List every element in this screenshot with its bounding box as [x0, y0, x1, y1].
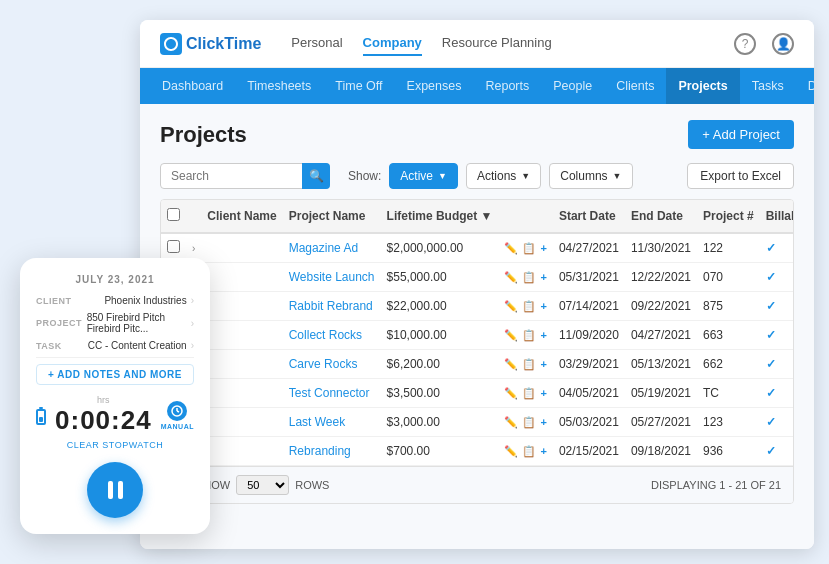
nav-reports[interactable]: Reports	[473, 68, 541, 104]
add-icon[interactable]: +	[540, 387, 546, 399]
row-client-name	[201, 263, 282, 292]
nav-resource-planning[interactable]: Resource Planning	[442, 31, 552, 56]
add-icon[interactable]: +	[540, 416, 546, 428]
edit-icon[interactable]: ✏️	[504, 329, 518, 342]
nav-time-off[interactable]: Time Off	[323, 68, 394, 104]
row-billable: ✓	[760, 350, 794, 379]
row-client-name	[201, 379, 282, 408]
nav-personal[interactable]: Personal	[291, 31, 342, 56]
table-row: › Magazine Ad $2,000,000.00 ✏️ 📋 + 04/27…	[161, 233, 794, 263]
columns-label: Columns	[560, 169, 607, 183]
row-start-date: 03/29/2021	[553, 350, 625, 379]
edit-icon[interactable]: ✏️	[504, 387, 518, 400]
task-value[interactable]: CC - Content Creation ›	[88, 340, 194, 351]
copy-icon[interactable]: 📋	[522, 300, 536, 313]
nav-divisions[interactable]: Divisions	[796, 68, 814, 104]
copy-icon[interactable]: 📋	[522, 445, 536, 458]
add-notes-button[interactable]: + ADD NOTES AND MORE	[36, 364, 194, 385]
th-client-name[interactable]: Client Name	[201, 200, 282, 233]
th-start-date[interactable]: Start Date	[553, 200, 625, 233]
copy-icon[interactable]: 📋	[522, 416, 536, 429]
task-label: TASK	[36, 341, 62, 351]
th-project-num[interactable]: Project #	[697, 200, 760, 233]
row-project-name[interactable]: Carve Rocks	[283, 350, 381, 379]
edit-icon[interactable]: ✏️	[504, 445, 518, 458]
row-client-name	[201, 437, 282, 466]
add-icon[interactable]: +	[540, 329, 546, 341]
project-value[interactable]: 850 Firebird Pitch Firebird Pitc... ›	[87, 312, 194, 334]
edit-icon[interactable]: ✏️	[504, 242, 518, 255]
th-actions	[498, 200, 552, 233]
row-budget: $22,000.00	[381, 292, 499, 321]
th-project-name[interactable]: Project Name	[283, 200, 381, 233]
row-budget: $2,000,000.00	[381, 233, 499, 263]
add-icon[interactable]: +	[540, 271, 546, 283]
user-icon[interactable]: 👤	[772, 33, 794, 55]
stopwatch-date: JULY 23, 2021	[36, 274, 194, 285]
row-project-name[interactable]: Rebranding	[283, 437, 381, 466]
row-project-name[interactable]: Test Connector	[283, 379, 381, 408]
edit-icon[interactable]: ✏️	[504, 358, 518, 371]
nav-people[interactable]: People	[541, 68, 604, 104]
pause-button[interactable]	[87, 462, 143, 518]
edit-icon[interactable]: ✏️	[504, 271, 518, 284]
row-project-name[interactable]: Last Week	[283, 408, 381, 437]
edit-icon[interactable]: ✏️	[504, 300, 518, 313]
nav-clients[interactable]: Clients	[604, 68, 666, 104]
row-icons: ✏️ 📋 +	[498, 408, 552, 437]
edit-icon[interactable]: ✏️	[504, 416, 518, 429]
th-end-date[interactable]: End Date	[625, 200, 697, 233]
help-icon[interactable]: ?	[734, 33, 756, 55]
row-budget: $3,500.00	[381, 379, 499, 408]
row-budget: $10,000.00	[381, 321, 499, 350]
columns-caret-icon: ▼	[613, 171, 622, 181]
copy-icon[interactable]: 📋	[522, 329, 536, 342]
search-button[interactable]: 🔍	[302, 163, 330, 189]
active-filter-button[interactable]: Active ▼	[389, 163, 458, 189]
copy-icon[interactable]: 📋	[522, 358, 536, 371]
row-project-num: 662	[697, 350, 760, 379]
copy-icon[interactable]: 📋	[522, 387, 536, 400]
client-label: CLIENT	[36, 296, 72, 306]
row-start-date: 07/14/2021	[553, 292, 625, 321]
copy-icon[interactable]: 📋	[522, 271, 536, 284]
battery-indicator	[36, 407, 46, 425]
top-nav-icons: ? 👤	[734, 33, 794, 55]
select-all-checkbox[interactable]	[167, 208, 180, 221]
row-project-name[interactable]: Rabbit Rebrand	[283, 292, 381, 321]
nav-projects[interactable]: Projects	[666, 68, 739, 104]
add-icon[interactable]: +	[540, 445, 546, 457]
row-project-name[interactable]: Magazine Ad	[283, 233, 381, 263]
client-value[interactable]: Phoenix Industries ›	[104, 295, 194, 306]
svg-line-2	[177, 411, 179, 412]
nav-timesheets[interactable]: Timesheets	[235, 68, 323, 104]
copy-icon[interactable]: 📋	[522, 242, 536, 255]
nav-expenses[interactable]: Expenses	[395, 68, 474, 104]
th-billable[interactable]: Billable	[760, 200, 794, 233]
th-lifetime-budget[interactable]: Lifetime Budget ▼	[381, 200, 499, 233]
add-icon[interactable]: +	[540, 242, 546, 254]
rows-per-page-select[interactable]: 50 25 100	[236, 475, 289, 495]
row-client-name	[201, 233, 282, 263]
add-project-button[interactable]: + Add Project	[688, 120, 794, 149]
stopwatch-widget: JULY 23, 2021 CLIENT Phoenix Industries …	[20, 258, 210, 534]
table-row: › Website Launch $55,000.00 ✏️ 📋 + 05/31…	[161, 263, 794, 292]
nav-dashboard[interactable]: Dashboard	[150, 68, 235, 104]
row-project-name[interactable]: Collect Rocks	[283, 321, 381, 350]
add-icon[interactable]: +	[540, 300, 546, 312]
row-checkbox[interactable]	[167, 240, 180, 253]
row-budget: $3,000.00	[381, 408, 499, 437]
row-project-name[interactable]: Website Launch	[283, 263, 381, 292]
manual-label: MANUAL	[161, 423, 194, 430]
project-label: PROJECT	[36, 318, 82, 328]
columns-button[interactable]: Columns ▼	[549, 163, 632, 189]
export-button[interactable]: Export to Excel	[687, 163, 794, 189]
nav-tasks[interactable]: Tasks	[740, 68, 796, 104]
row-end-date: 12/22/2021	[625, 263, 697, 292]
active-caret-icon: ▼	[438, 171, 447, 181]
add-icon[interactable]: +	[540, 358, 546, 370]
clear-stopwatch-button[interactable]: CLEAR STOPWATCH	[36, 440, 194, 450]
actions-button[interactable]: Actions ▼	[466, 163, 541, 189]
nav-company[interactable]: Company	[363, 31, 422, 56]
manual-button[interactable]: MANUAL	[161, 401, 194, 430]
